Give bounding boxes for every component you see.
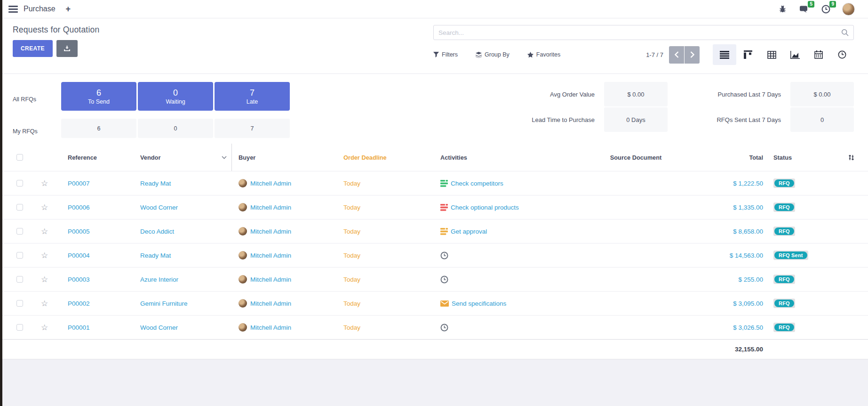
- favorite-star-icon[interactable]: ☆: [28, 276, 54, 284]
- activity-cell[interactable]: [435, 276, 590, 284]
- row-reference[interactable]: P00002: [54, 300, 136, 307]
- table-row[interactable]: ☆ P00002 Gemini Furniture Mitchell Admin…: [0, 291, 868, 315]
- row-checkbox[interactable]: [16, 228, 23, 235]
- row-buyer[interactable]: Mitchell Admin: [232, 203, 339, 211]
- row-checkbox[interactable]: [16, 276, 23, 283]
- row-order-deadline[interactable]: Today: [339, 252, 435, 259]
- row-vendor[interactable]: Deco Addict: [136, 228, 232, 235]
- kpi-card-late[interactable]: 7 Late: [215, 82, 290, 111]
- my-waiting-value[interactable]: 0: [138, 119, 213, 138]
- table-row[interactable]: ☆ P00003 Azure Interior Mitchell Admin T…: [0, 267, 868, 291]
- row-checkbox[interactable]: [16, 252, 23, 259]
- column-header-reference[interactable]: Reference: [54, 144, 136, 171]
- favorite-star-icon[interactable]: ☆: [28, 203, 54, 211]
- favorite-star-icon[interactable]: ☆: [28, 300, 54, 308]
- group-by-button[interactable]: Group By: [476, 51, 510, 58]
- column-header-status[interactable]: Status: [767, 144, 833, 171]
- row-reference[interactable]: P00006: [54, 204, 136, 211]
- row-buyer[interactable]: Mitchell Admin: [232, 251, 339, 260]
- row-order-deadline[interactable]: Today: [339, 276, 435, 283]
- kpi-card-waiting[interactable]: 0 Waiting: [138, 82, 213, 111]
- row-order-deadline[interactable]: Today: [339, 324, 435, 331]
- table-row[interactable]: ☆ P00001 Wood Corner Mitchell Admin Toda…: [0, 315, 868, 339]
- row-checkbox[interactable]: [16, 324, 23, 331]
- favorite-star-icon[interactable]: ☆: [28, 324, 54, 332]
- row-checkbox[interactable]: [16, 204, 23, 211]
- kanban-view-button[interactable]: [736, 44, 760, 65]
- export-button[interactable]: [56, 40, 78, 57]
- column-header-buyer[interactable]: Buyer: [232, 144, 339, 171]
- activity-cell[interactable]: Get approval: [435, 228, 590, 235]
- table-row[interactable]: ☆ P00004 Ready Mat Mitchell Admin Today …: [0, 243, 868, 267]
- status-badge: RFQ: [774, 179, 794, 187]
- activity-cell[interactable]: Check competitors: [435, 180, 590, 187]
- add-tab-button[interactable]: +: [66, 4, 71, 14]
- row-reference[interactable]: P00004: [54, 252, 136, 259]
- row-order-deadline[interactable]: Today: [339, 228, 435, 235]
- row-vendor[interactable]: Ready Mat: [136, 180, 232, 187]
- row-checkbox[interactable]: [16, 180, 23, 187]
- row-vendor[interactable]: Gemini Furniture: [136, 300, 232, 307]
- my-late-value[interactable]: 7: [215, 119, 290, 138]
- pager-previous-button[interactable]: [669, 46, 684, 64]
- app-menu-purchase[interactable]: Purchase: [24, 5, 56, 13]
- row-reference[interactable]: P00001: [54, 324, 136, 331]
- table-footer: 32,155.00: [0, 339, 868, 359]
- favorite-star-icon[interactable]: ☆: [28, 227, 54, 235]
- row-order-deadline[interactable]: Today: [339, 180, 435, 187]
- search-icon[interactable]: [841, 29, 849, 36]
- column-header-source-document[interactable]: Source Document: [590, 144, 677, 171]
- row-reference[interactable]: P00005: [54, 228, 136, 235]
- buyer-name: Mitchell Admin: [250, 180, 291, 187]
- row-order-deadline[interactable]: Today: [339, 300, 435, 307]
- row-reference[interactable]: P00003: [54, 276, 136, 283]
- row-reference[interactable]: P00007: [54, 180, 136, 187]
- favorite-star-icon[interactable]: ☆: [28, 179, 54, 187]
- table-row[interactable]: ☆ P00006 Wood Corner Mitchell Admin Toda…: [0, 195, 868, 219]
- buyer-avatar: [239, 299, 247, 308]
- graph-view-button[interactable]: [783, 44, 807, 65]
- row-vendor[interactable]: Wood Corner: [136, 204, 232, 211]
- search-input[interactable]: [438, 29, 841, 36]
- table-row[interactable]: ☆ P00007 Ready Mat Mitchell Admin Today …: [0, 171, 868, 195]
- kpi-card-to-send[interactable]: 6 To Send: [61, 82, 136, 111]
- page-background: [0, 359, 868, 406]
- row-buyer[interactable]: Mitchell Admin: [232, 323, 339, 332]
- messages-icon[interactable]: 5: [799, 4, 809, 14]
- activity-view-button[interactable]: [830, 44, 854, 65]
- row-vendor[interactable]: Ready Mat: [136, 252, 232, 259]
- row-checkbox[interactable]: [16, 300, 23, 307]
- row-order-deadline[interactable]: Today: [339, 204, 435, 211]
- activity-cell[interactable]: Send specifications: [435, 300, 590, 307]
- filters-button[interactable]: Filters: [433, 51, 458, 58]
- row-buyer[interactable]: Mitchell Admin: [232, 299, 339, 308]
- activities-clock-icon[interactable]: 9: [820, 4, 831, 14]
- row-buyer[interactable]: Mitchell Admin: [232, 179, 339, 187]
- debug-bug-icon[interactable]: [777, 4, 788, 14]
- activity-cell[interactable]: Check optional products: [435, 204, 590, 211]
- row-buyer[interactable]: Mitchell Admin: [232, 227, 339, 235]
- user-avatar[interactable]: [842, 3, 855, 16]
- favorite-star-icon[interactable]: ☆: [28, 252, 54, 260]
- column-header-total[interactable]: Total: [677, 144, 767, 171]
- table-row[interactable]: ☆ P00005 Deco Addict Mitchell Admin Toda…: [0, 219, 868, 243]
- column-header-vendor[interactable]: Vendor: [136, 144, 232, 171]
- activity-cell[interactable]: [435, 252, 590, 260]
- pivot-view-button[interactable]: [760, 44, 783, 65]
- row-vendor[interactable]: Azure Interior: [136, 276, 232, 283]
- activity-cell[interactable]: [435, 324, 590, 332]
- row-vendor[interactable]: Wood Corner: [136, 324, 232, 331]
- list-view-button[interactable]: [713, 44, 736, 65]
- favorites-button[interactable]: Favorites: [527, 51, 560, 58]
- select-all-checkbox[interactable]: [16, 154, 23, 161]
- column-header-activities[interactable]: Activities: [435, 144, 590, 171]
- optional-columns-icon[interactable]: [833, 144, 868, 171]
- row-buyer[interactable]: Mitchell Admin: [232, 275, 339, 284]
- calendar-view-button[interactable]: [807, 44, 830, 65]
- create-button[interactable]: CREATE: [13, 40, 53, 57]
- messages-count-badge: 5: [808, 1, 814, 8]
- apps-menu-icon[interactable]: [8, 6, 18, 13]
- pager-next-button[interactable]: [685, 46, 700, 64]
- my-to-send-value[interactable]: 6: [61, 119, 136, 138]
- column-header-order-deadline[interactable]: Order Deadline: [339, 144, 435, 171]
